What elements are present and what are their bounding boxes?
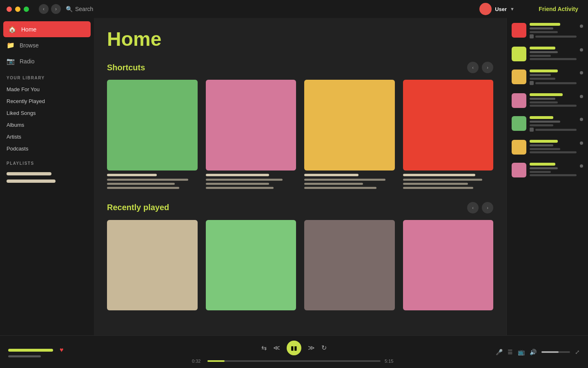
friend-avatar	[512, 93, 526, 108]
shortcut-image	[304, 80, 395, 171]
titlebar: ‹ › 🔍 Search User ▼ Friend Activity	[0, 0, 588, 18]
friend-info	[530, 116, 577, 132]
friend-item	[512, 163, 583, 177]
friend-dot	[580, 141, 583, 145]
user-area: User ▼	[479, 3, 514, 15]
friend-avatar	[512, 47, 526, 61]
music-note-icon	[530, 128, 534, 132]
shortcut-card[interactable]	[206, 80, 296, 189]
recently-played-grid	[107, 220, 493, 314]
friend-dot	[580, 71, 583, 74]
sidebar-item-radio-label: Radio	[20, 58, 35, 65]
progress-row: 0:32 5:15	[192, 359, 396, 364]
devices-icon[interactable]: 📺	[518, 349, 525, 355]
sidebar-item-browse-label: Browse	[20, 42, 39, 49]
previous-button[interactable]: ≪	[273, 344, 280, 352]
shortcut-label	[107, 174, 157, 176]
chevron-down-icon[interactable]: ▼	[510, 7, 514, 11]
shortcut-label	[304, 174, 359, 176]
next-button[interactable]: ≫	[308, 344, 315, 352]
friend-item	[512, 70, 583, 85]
search-icon: 🔍	[66, 6, 73, 12]
sidebar-item-liked-songs[interactable]: Liked Songs	[0, 107, 94, 119]
shortcuts-header: Shortcuts ‹ ›	[107, 62, 493, 73]
minimize-button[interactable]	[15, 7, 20, 12]
recently-prev-button[interactable]: ‹	[467, 202, 479, 213]
sidebar: 🏠 Home 📁 Browse 📷 Radio YOUR LIBRARY Mad…	[0, 18, 94, 335]
friend-info	[530, 93, 577, 107]
close-button[interactable]	[7, 7, 12, 12]
recently-next-button[interactable]: ›	[482, 202, 493, 213]
recently-card[interactable]	[403, 220, 494, 314]
progress-bar[interactable]	[207, 360, 381, 362]
nav-arrows: ‹ ›	[39, 4, 61, 14]
friend-item	[512, 116, 583, 132]
forward-button[interactable]: ›	[51, 4, 61, 14]
shortcut-card[interactable]	[107, 80, 198, 189]
sidebar-item-browse[interactable]: 📁 Browse	[0, 37, 94, 53]
back-button[interactable]: ‹	[39, 4, 49, 14]
playlist-item[interactable]	[7, 180, 56, 183]
player-right-controls: 🎤 ☰ 📺 🔊 ⤢	[496, 349, 580, 355]
friend-item	[512, 93, 583, 108]
home-icon: 🏠	[8, 25, 16, 33]
shortcut-card[interactable]	[403, 80, 494, 189]
pause-button[interactable]: ▮▮	[287, 341, 301, 355]
shortcuts-prev-button[interactable]: ‹	[467, 62, 479, 73]
shortcuts-next-button[interactable]: ›	[482, 62, 493, 73]
volume-icon[interactable]: 🔊	[530, 349, 537, 355]
lyrics-icon[interactable]: 🎤	[496, 349, 503, 355]
friend-item	[512, 140, 583, 155]
friend-item	[512, 23, 583, 38]
browse-icon: 📁	[7, 41, 15, 49]
page-title: Home	[107, 28, 493, 50]
main-layout: 🏠 Home 📁 Browse 📷 Radio YOUR LIBRARY Mad…	[0, 18, 588, 335]
playlist-item[interactable]	[7, 172, 51, 175]
sidebar-item-podcasts[interactable]: Podcasts	[0, 143, 94, 155]
friend-dot	[580, 48, 583, 52]
friend-avatar	[512, 140, 526, 155]
playlists-title: PLAYLISTS	[0, 155, 94, 169]
sidebar-item-radio[interactable]: 📷 Radio	[0, 53, 94, 69]
search-label: Search	[75, 6, 93, 12]
shortcuts-nav: ‹ ›	[467, 62, 493, 73]
recently-image	[107, 220, 198, 311]
player-controls: ⇆ ≪ ▮▮ ≫ ↻ 0:32 5:15	[192, 341, 396, 364]
repeat-button[interactable]: ↻	[321, 344, 327, 352]
friend-dot	[580, 164, 583, 168]
sidebar-item-home[interactable]: 🏠 Home	[3, 21, 91, 37]
maximize-button[interactable]	[24, 7, 29, 12]
friend-item	[512, 47, 583, 61]
fullscreen-icon[interactable]: ⤢	[575, 349, 580, 355]
sidebar-item-made-for-you[interactable]: Made For You	[0, 83, 94, 95]
friend-avatar	[512, 116, 526, 131]
sidebar-item-home-label: Home	[21, 26, 36, 33]
recently-card[interactable]	[304, 220, 395, 314]
total-time: 5:15	[385, 359, 396, 364]
shortcut-card[interactable]	[304, 80, 395, 189]
friend-info	[530, 70, 577, 85]
recently-image	[304, 220, 395, 311]
recently-card[interactable]	[107, 220, 198, 314]
friend-dot	[580, 25, 583, 28]
recently-played-section: Recently played ‹ ›	[107, 202, 493, 314]
friend-avatar	[512, 163, 526, 177]
shortcut-image	[206, 80, 296, 171]
sidebar-item-recently-played[interactable]: Recently Played	[0, 95, 94, 107]
recently-played-nav: ‹ ›	[467, 202, 493, 213]
queue-icon[interactable]: ☰	[508, 349, 513, 355]
sidebar-item-albums[interactable]: Albums	[0, 119, 94, 131]
sidebar-item-artists[interactable]: Artists	[0, 131, 94, 143]
window-controls	[7, 7, 29, 12]
friend-info	[530, 140, 577, 153]
friend-activity-title: Friend Activity	[539, 6, 578, 12]
shuffle-button[interactable]: ⇆	[261, 344, 267, 352]
shortcut-label	[403, 174, 475, 176]
search-bar[interactable]: 🔍 Search	[66, 6, 93, 12]
friend-dot	[580, 95, 583, 98]
shortcuts-grid	[107, 80, 493, 189]
like-icon[interactable]: ♥	[60, 346, 64, 354]
recently-card[interactable]	[206, 220, 296, 314]
friend-avatar	[512, 70, 526, 84]
volume-slider[interactable]	[541, 351, 570, 353]
